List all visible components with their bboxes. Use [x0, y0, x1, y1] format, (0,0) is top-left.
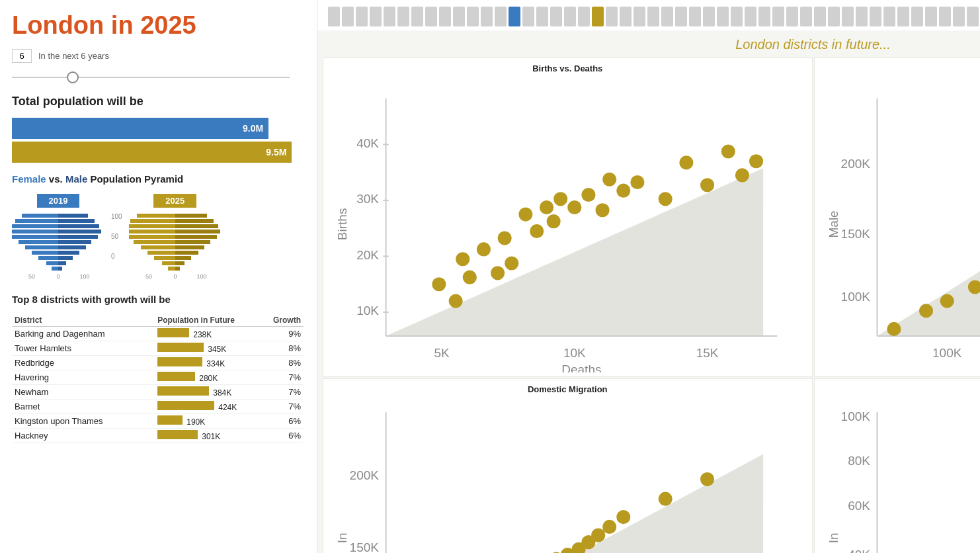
waffle-cell: [384, 7, 395, 26]
district-name: Newham: [12, 384, 155, 399]
svg-point-78: [553, 192, 567, 206]
svg-point-83: [616, 184, 630, 198]
pyramid-male-label: Male: [65, 173, 87, 185]
svg-rect-37: [141, 245, 175, 249]
svg-rect-13: [58, 245, 86, 249]
waffle-cell: [606, 7, 618, 26]
pyramid-female-label: Female: [12, 173, 46, 185]
svg-rect-0: [22, 214, 58, 218]
district-name: Barking and Dagenham: [12, 326, 155, 341]
svg-marker-50: [386, 168, 764, 336]
district-name: Tower Hamlets: [12, 341, 155, 355]
waffle-cell: [925, 7, 937, 26]
charts-header: London districts in future...: [317, 30, 980, 55]
waffle-cell: [425, 7, 437, 26]
district-name: Havering: [12, 370, 155, 384]
waffle-row: [317, 0, 980, 30]
svg-rect-4: [12, 224, 58, 228]
waffle-cell: [689, 7, 701, 26]
waffle-cell: [745, 7, 756, 26]
waffle-cell: [592, 7, 604, 26]
svg-rect-33: [129, 235, 175, 239]
waffle-cell: [939, 7, 951, 26]
svg-point-67: [449, 294, 463, 308]
waffle-cell: [411, 7, 423, 26]
svg-point-87: [700, 178, 714, 192]
svg-text:80K: 80K: [848, 454, 870, 468]
svg-rect-46: [175, 267, 180, 271]
svg-text:40K: 40K: [848, 548, 870, 553]
pop-bar-2025-row: 9.5M: [12, 142, 304, 163]
svg-rect-42: [175, 256, 191, 260]
svg-point-103: [919, 304, 932, 318]
waffle-cell: [870, 7, 881, 26]
waffle-cell: [536, 7, 548, 26]
svg-rect-20: [52, 267, 58, 271]
svg-point-66: [432, 277, 446, 291]
svg-rect-31: [129, 230, 175, 234]
svg-rect-25: [137, 214, 175, 218]
svg-rect-10: [19, 240, 58, 244]
slider-value: 6: [12, 49, 32, 63]
svg-point-79: [567, 200, 581, 214]
waffle-cell: [397, 7, 409, 26]
page-title: London in 2025: [12, 12, 304, 40]
svg-text:In: In: [335, 532, 349, 543]
svg-point-77: [547, 214, 561, 228]
district-growth: 6%: [254, 413, 304, 428]
slider-container[interactable]: [12, 71, 290, 84]
svg-point-160: [700, 472, 714, 486]
district-bar: [157, 343, 204, 352]
waffle-cell: [564, 7, 576, 26]
chart-births-deaths: Births vs. Deaths 10K 20K: [323, 58, 813, 377]
waffle-cell: [731, 7, 743, 26]
svg-rect-21: [58, 267, 62, 271]
waffle-cell: [967, 7, 979, 26]
svg-text:50: 50: [28, 273, 35, 280]
svg-rect-43: [162, 261, 175, 265]
table-row: Hackney301K6%: [12, 428, 304, 443]
waffle-cell: [911, 7, 923, 26]
svg-point-157: [602, 520, 616, 534]
waffle-cell: [758, 7, 770, 26]
pyramid-2025: 2025: [129, 194, 222, 283]
svg-rect-30: [175, 224, 218, 228]
svg-text:0: 0: [56, 273, 60, 280]
col-growth: Growth: [254, 314, 304, 327]
waffle-cell: [786, 7, 798, 26]
svg-text:150K: 150K: [350, 540, 380, 553]
slider-thumb[interactable]: [67, 71, 79, 83]
svg-marker-161: [877, 412, 980, 553]
district-population: 301K: [155, 428, 254, 443]
districts-title: Top 8 districts with growth will be: [12, 294, 304, 305]
waffle-cell: [328, 7, 340, 26]
svg-point-159: [659, 491, 673, 505]
pyramid-2025-label: 2025: [153, 194, 196, 208]
chart3-title: Domestic Migration: [330, 384, 805, 394]
svg-text:100K: 100K: [840, 409, 870, 423]
districts-table: District Population in Future Growth Bar…: [12, 314, 304, 443]
table-row: Barking and Dagenham238K9%: [12, 326, 304, 341]
svg-point-84: [630, 175, 644, 189]
slider-area: 6 In the next 6 years: [12, 49, 304, 63]
svg-text:100K: 100K: [840, 290, 870, 304]
district-name: Kingston upon Thames: [12, 413, 155, 428]
waffle-cell: [814, 7, 826, 26]
district-growth: 6%: [254, 428, 304, 443]
district-population: 424K: [155, 399, 254, 413]
pop-bar-2019: 9.0M: [12, 118, 268, 139]
district-growth: 7%: [254, 370, 304, 384]
district-bar: [157, 357, 202, 366]
svg-rect-36: [175, 240, 210, 244]
waffle-cell: [772, 7, 784, 26]
svg-point-68: [456, 252, 470, 266]
col-population: Population in Future: [155, 314, 254, 327]
pop-bar-2025: 9.5M: [12, 142, 292, 163]
district-population: 345K: [155, 341, 254, 355]
svg-point-85: [659, 192, 673, 206]
svg-point-156: [591, 528, 605, 542]
pop-bar-2019-row: 9.0M: [12, 118, 304, 139]
district-name: Barnet: [12, 399, 155, 413]
table-row: Kingston upon Thames190K6%: [12, 413, 304, 428]
chart2-title: Male vs. Female: [821, 64, 981, 73]
